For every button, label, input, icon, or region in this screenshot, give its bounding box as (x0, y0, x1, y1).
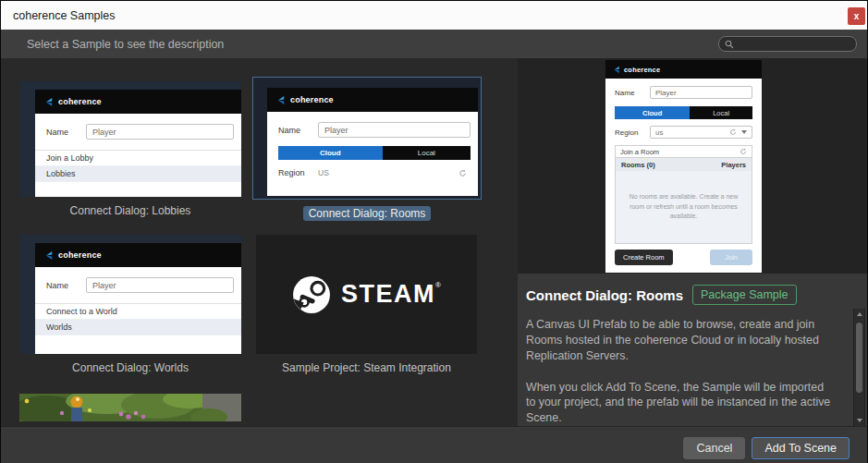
tile-caption: Sample Project: Steam Integration (256, 361, 477, 374)
footer-bar: Cancel Add To Scene (1, 426, 867, 463)
coherence-logo-icon (613, 66, 621, 74)
empty-rooms-message: No rooms are available. Create a new roo… (629, 192, 739, 223)
steam-thumbnail: STEAM® (256, 235, 477, 354)
region-value: US (318, 168, 329, 177)
tile-caption: Connect Dialog: Lobbies (19, 204, 241, 217)
scroll-down-icon[interactable] (854, 415, 864, 426)
sample-tile-partial[interactable] (19, 394, 241, 421)
sample-tile-worlds[interactable]: coherence Name Player Connect to a World… (19, 235, 241, 374)
list-item: Lobbies (35, 166, 241, 182)
search-icon (725, 40, 734, 49)
tile-caption: Connect Dialog: Worlds (19, 361, 241, 374)
list-item: Connect to a World (35, 304, 241, 320)
description-scrollbar-thumb[interactable] (856, 323, 862, 393)
garden-thumbnail (19, 394, 241, 421)
tile-caption-selected: Connect Dialog: Rooms (252, 207, 482, 220)
coherence-logo-text: coherence (58, 97, 102, 106)
samples-grid: coherence Name Player Join a Lobby Lobbi… (1, 58, 518, 426)
package-sample-badge: Package Sample (692, 285, 797, 305)
search-box[interactable] (718, 36, 857, 52)
join-button: Join (710, 250, 752, 265)
lobbies-thumbnail: coherence Name Player Join a Lobby Lobbi… (19, 81, 241, 197)
player-name-field: Player (650, 86, 752, 99)
description-prompt: Select a Sample to see the description (27, 38, 224, 51)
player-name-field: Player (318, 122, 471, 138)
cloud-tab: Cloud (278, 146, 383, 160)
description-scrollbar[interactable] (853, 309, 865, 426)
rooms-column-header: Rooms (0) (621, 161, 655, 169)
coherence-logo-text: coherence (290, 95, 334, 104)
create-room-button: Create Room (615, 250, 673, 265)
garden-scene-image (19, 394, 241, 421)
detail-panel: coherence Name Player Cloud Local Region… (518, 58, 867, 426)
players-column-header: Players (721, 161, 746, 169)
name-label: Name (46, 128, 86, 137)
close-button[interactable]: x (848, 7, 865, 25)
sample-title: Connect Dialog: Rooms (526, 287, 683, 303)
add-to-scene-button[interactable]: Add To Scene (752, 437, 850, 459)
local-tab: Local (690, 106, 752, 119)
main-area: coherence Name Player Join a Lobby Lobbi… (1, 58, 867, 426)
name-label: Name (615, 89, 650, 97)
search-input[interactable] (738, 39, 850, 49)
coherence-logo-icon (44, 250, 55, 261)
preview-region: coherence Name Player Cloud Local Region… (518, 58, 867, 274)
samples-window: coherence Samples x Select a Sample to s… (0, 0, 868, 463)
sample-tile-lobbies[interactable]: coherence Name Player Join a Lobby Lobbi… (19, 81, 241, 217)
steam-logo-icon (292, 275, 331, 314)
local-tab: Local (383, 146, 471, 160)
rooms-preview-image: coherence Name Player Cloud Local Region… (605, 60, 762, 273)
coherence-logo-text: coherence (58, 250, 102, 260)
chevron-down-icon (741, 130, 747, 134)
coherence-logo-icon (276, 95, 287, 105)
steam-wordmark: STEAM® (341, 280, 441, 309)
name-label: Name (278, 126, 318, 135)
window-title: coherence Samples (13, 9, 115, 22)
refresh-icon (729, 128, 737, 136)
coherence-logo-text: coherence (624, 66, 660, 74)
rooms-thumbnail: coherence Name Player Cloud Local (256, 80, 478, 196)
sample-tile-rooms[interactable]: coherence Name Player Cloud Local (252, 77, 482, 220)
refresh-icon (458, 169, 467, 177)
cloud-tab: Cloud (615, 106, 690, 119)
sub-header: Select a Sample to see the description (1, 30, 867, 58)
list-item: Worlds (35, 320, 241, 335)
join-a-room-label: Join a Room (620, 148, 659, 156)
description-paragraph: A Canvas UI Prefab to be able to browse,… (526, 317, 831, 364)
coherence-logo-icon (44, 97, 55, 107)
player-name-field: Player (86, 277, 234, 293)
list-item: Join a Lobby (35, 151, 241, 166)
region-value: us (655, 128, 663, 137)
title-bar: coherence Samples x (1, 1, 867, 30)
sample-details: Connect Dialog: Rooms Package Sample A C… (518, 274, 867, 426)
player-name-field: Player (86, 124, 234, 140)
description-paragraph: When you click Add To Scene, the Sample … (526, 380, 831, 427)
refresh-icon (740, 148, 747, 155)
region-label: Region (615, 128, 650, 137)
cancel-button[interactable]: Cancel (683, 437, 745, 459)
selection-frame: coherence Name Player Cloud Local (252, 77, 482, 200)
scroll-up-icon[interactable] (854, 309, 864, 320)
worlds-thumbnail: coherence Name Player Connect to a World… (19, 235, 241, 354)
name-label: Name (46, 281, 86, 290)
region-label: Region (278, 168, 318, 177)
sample-tile-steam[interactable]: STEAM® Sample Project: Steam Integration (256, 235, 477, 374)
